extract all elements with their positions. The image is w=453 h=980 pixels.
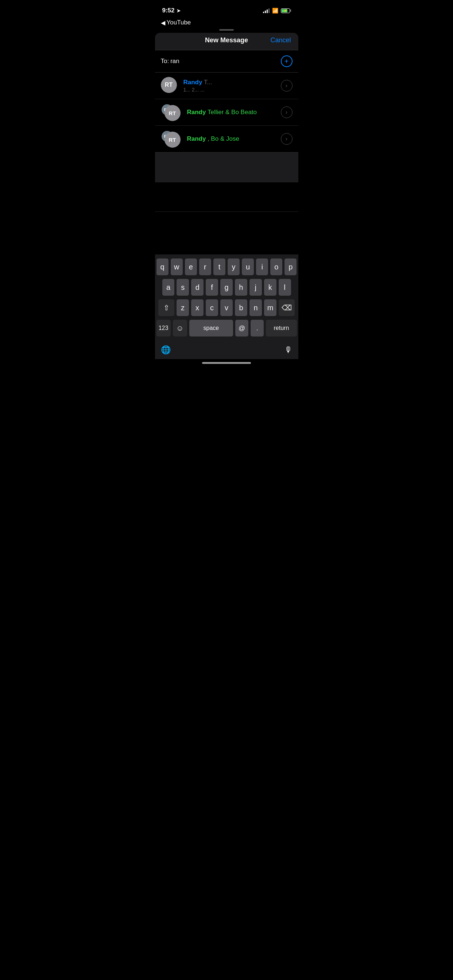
globe-icon[interactable]: 🌐 [161, 345, 171, 355]
suggestion-sub: 1... 2... ... [183, 87, 281, 92]
location-icon: ➤ [177, 8, 180, 13]
key-w[interactable]: w [171, 258, 183, 275]
key-o[interactable]: o [270, 258, 282, 275]
key-y[interactable]: y [228, 258, 239, 275]
emoji-key[interactable]: ☺ [173, 320, 187, 337]
key-s[interactable]: s [177, 279, 189, 296]
avatar-primary: RT [164, 132, 180, 148]
keyboard-row-4: 123 ☺ space @ . return [156, 320, 297, 337]
info-button[interactable]: › [281, 107, 292, 118]
keyboard-row-3: ⇧ z x c v b n m ⌫ [156, 299, 297, 316]
home-indicator [155, 359, 298, 368]
key-q[interactable]: q [156, 258, 169, 275]
status-bar: 9:52 ➤ 📶 ⚡ [155, 0, 298, 18]
signal-bars [263, 8, 270, 13]
key-r[interactable]: r [199, 258, 211, 275]
key-b[interactable]: b [235, 299, 247, 316]
keyboard-row-1: q w e r t y u i o p [156, 258, 297, 275]
key-d[interactable]: d [191, 279, 204, 296]
key-u[interactable]: u [242, 258, 254, 275]
suggestion-item[interactable]: RT Randy T... 1... 2... ... › [155, 73, 298, 99]
avatar-primary: RT [164, 105, 180, 121]
key-z[interactable]: z [177, 299, 189, 316]
return-key[interactable]: return [266, 320, 297, 337]
microphone-icon[interactable]: 🎙 [284, 345, 292, 355]
at-key[interactable]: @ [235, 320, 248, 337]
home-bar [202, 362, 251, 364]
delete-key[interactable]: ⌫ [279, 299, 295, 316]
numbers-key[interactable]: 123 [156, 320, 171, 337]
suggestion-name: Randy , Bo & Jose [187, 135, 281, 143]
key-e[interactable]: e [185, 258, 197, 275]
status-icons: 📶 ⚡ [263, 8, 291, 13]
key-t[interactable]: t [214, 258, 225, 275]
key-i[interactable]: i [256, 258, 268, 275]
key-x[interactable]: x [191, 299, 204, 316]
key-p[interactable]: p [284, 258, 297, 275]
key-n[interactable]: n [249, 299, 262, 316]
message-area[interactable] [155, 182, 298, 255]
status-time: 9:52 ➤ [162, 7, 180, 14]
key-l[interactable]: l [279, 279, 291, 296]
key-v[interactable]: v [220, 299, 233, 316]
key-j[interactable]: j [249, 279, 262, 296]
suggestion-name: Randy T... [183, 79, 281, 86]
key-h[interactable]: h [235, 279, 247, 296]
keyboard: q w e r t y u i o p a s d f g h j k l ⇧ … [155, 255, 298, 342]
key-c[interactable]: c [206, 299, 218, 316]
key-f[interactable]: f [206, 279, 218, 296]
to-field: To: ran + [155, 50, 298, 73]
to-label: To: [161, 57, 169, 65]
key-m[interactable]: m [264, 299, 276, 316]
shift-key[interactable]: ⇧ [158, 299, 174, 316]
modal-title: New Message [205, 37, 248, 44]
battery-icon: ⚡ [281, 8, 291, 13]
avatar: RT [161, 77, 177, 93]
suggestions-list: RT Randy T... 1... 2... ... › BP RT Rand… [155, 73, 298, 153]
suggestion-item[interactable]: BP RT Randy Tellier & Bo Beato › [155, 99, 298, 126]
suggestion-name: Randy Tellier & Bo Beato [187, 109, 281, 116]
drag-handle [219, 29, 234, 30]
info-button[interactable]: › [281, 133, 292, 145]
back-label: YouTube [167, 19, 191, 26]
back-icon: ◀ [161, 19, 165, 26]
key-k[interactable]: k [264, 279, 276, 296]
back-nav[interactable]: ◀ YouTube [155, 18, 298, 29]
keyboard-row-2: a s d f g h j k l [156, 279, 297, 296]
space-key[interactable]: space [189, 320, 233, 337]
keyboard-bottom-bar: 🌐 🎙 [155, 342, 298, 359]
cancel-button[interactable]: Cancel [269, 37, 291, 44]
to-input[interactable]: ran [170, 57, 281, 65]
wifi-icon: 📶 [272, 8, 278, 13]
add-recipient-button[interactable]: + [281, 56, 292, 67]
dot-key[interactable]: . [250, 320, 264, 337]
modal-header: New Message Cancel [155, 33, 298, 50]
new-message-modal: New Message Cancel To: ran + RT Randy T.… [155, 33, 298, 255]
suggestion-item[interactable]: BP RT Randy , Bo & Jose › [155, 126, 298, 153]
info-button[interactable]: › [281, 80, 292, 92]
key-g[interactable]: g [220, 279, 233, 296]
key-a[interactable]: a [162, 279, 175, 296]
